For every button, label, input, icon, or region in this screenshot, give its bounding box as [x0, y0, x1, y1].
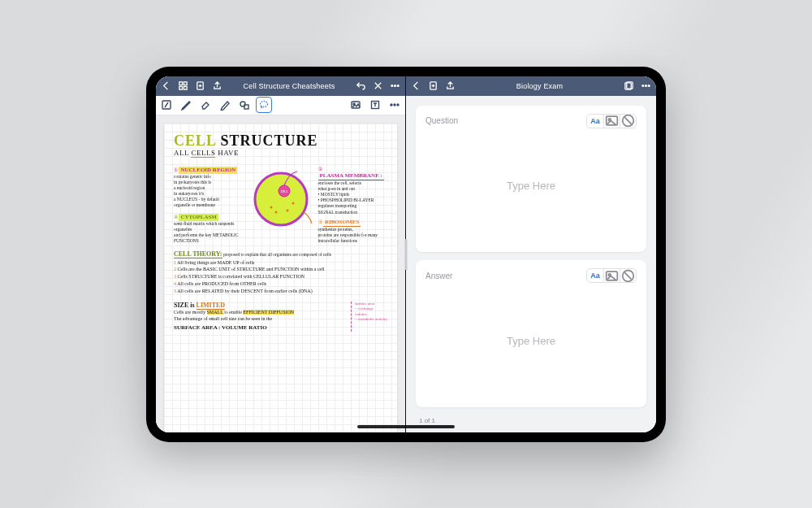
note-page[interactable]: CELL STRUCTURE ALL CELLS HAVE ① NUCLEOID… — [164, 124, 397, 432]
draw-tool[interactable] — [620, 269, 636, 282]
notes-ribosomes: synthesize proteins, proteins are respon… — [318, 227, 388, 244]
shapes-icon[interactable] — [239, 99, 250, 111]
theory-item: 4 All cells are PRODUCED from OTHER cell… — [174, 281, 387, 288]
svg-rect-1 — [184, 82, 187, 85]
flashcard-area: Question Aa Type Here Answer Aa — [406, 96, 656, 432]
pen-icon[interactable] — [180, 99, 192, 111]
svg-point-5 — [391, 85, 393, 87]
more-tools-icon[interactable] — [389, 99, 400, 111]
svg-point-23 — [274, 211, 277, 213]
right-nav-bar: Biology Exam — [406, 76, 656, 96]
cell-drawing: DNA — [248, 167, 313, 232]
svg-point-6 — [395, 85, 396, 87]
svg-point-18 — [397, 104, 399, 106]
image-icon[interactable] — [350, 99, 361, 111]
svg-rect-0 — [179, 82, 183, 85]
eraser-icon[interactable] — [200, 99, 211, 111]
left-toolbar — [156, 96, 405, 115]
label-nucleoid: NUCLEOID REGION — [179, 167, 237, 174]
share-icon[interactable] — [212, 80, 222, 91]
num-3: ③ — [318, 219, 322, 224]
image-tool[interactable] — [603, 115, 620, 128]
question-label: Question — [425, 116, 458, 125]
theory-list: 1 All living things are MADE UP of cells… — [174, 260, 387, 295]
theory-item: 1 All living things are MADE UP of cells — [174, 260, 387, 267]
svg-point-17 — [394, 104, 395, 106]
left-pane: Cell Structure Cheatsheets — [156, 76, 406, 432]
add-page-icon[interactable] — [195, 80, 205, 91]
num-2: ② — [318, 167, 322, 172]
svg-point-16 — [391, 104, 392, 106]
undo-icon[interactable] — [356, 80, 366, 91]
answer-input[interactable]: Type Here — [425, 283, 637, 399]
theory-item: 2 Cells are the BASIC UNIT of STRUCTURE … — [174, 267, 387, 273]
left-nav-bar: Cell Structure Cheatsheets — [156, 76, 405, 96]
svg-point-19 — [255, 173, 307, 225]
draw-tool[interactable] — [620, 115, 636, 128]
label-cytoplasm: CYTOPLASM — [179, 214, 218, 221]
svg-point-11 — [261, 102, 268, 107]
svg-rect-2 — [179, 86, 183, 89]
num-1: ① — [174, 167, 178, 172]
theory-section: CELL THEORY: proposed to explain that al… — [174, 250, 387, 294]
num-4: ④ — [174, 215, 178, 219]
more-icon[interactable] — [390, 80, 400, 91]
notes-cytoplasm: semi-fluid matrix which suspends organel… — [174, 221, 244, 245]
theory-item: 5 All cells are RELATED by their DESCENT… — [174, 289, 387, 295]
back-icon[interactable] — [161, 80, 171, 91]
size-aside: surface area = exchange volume = metabol… — [351, 302, 387, 332]
left-nav-left-cluster — [161, 80, 222, 91]
home-indicator[interactable] — [357, 425, 455, 428]
card-tool-segmented: Aa — [586, 114, 637, 128]
svg-rect-3 — [184, 86, 187, 89]
lasso-icon[interactable] — [258, 99, 270, 111]
tablet-frame: Cell Structure Cheatsheets — [146, 67, 666, 442]
card-tool-segmented: Aa — [586, 268, 637, 283]
size-final: SURFACE AREA : VOLUME RATIO — [174, 324, 346, 332]
theory-item: 3 Cells STRUCTURE is correlated with CEL… — [174, 274, 387, 280]
readonly-icon[interactable] — [161, 99, 172, 111]
note-title: CELL STRUCTURE — [174, 132, 387, 150]
svg-point-7 — [397, 85, 399, 87]
back-icon[interactable] — [411, 80, 421, 91]
svg-point-29 — [642, 85, 644, 87]
notes-nucleoid: contains genetic info in prokaryotes thi… — [174, 174, 244, 209]
svg-point-30 — [646, 85, 647, 87]
image-tool[interactable] — [603, 269, 620, 282]
note-canvas-wrap: CELL STRUCTURE ALL CELLS HAVE ① NUCLEOID… — [156, 115, 405, 432]
svg-point-22 — [270, 206, 272, 208]
notes-plasma: encloses the cell, selects what goes in … — [318, 180, 388, 215]
svg-point-31 — [648, 85, 650, 87]
size-section: SIZE is LIMITED Cells are mostly SMALL t… — [174, 302, 387, 332]
study-icon[interactable] — [624, 80, 634, 91]
svg-text:DNA: DNA — [280, 189, 287, 193]
highlighter-icon[interactable] — [219, 99, 231, 111]
left-title[interactable]: Cell Structure Cheatsheets — [229, 82, 349, 90]
close-icon[interactable] — [373, 80, 383, 91]
answer-label: Answer — [425, 271, 452, 280]
svg-point-12 — [261, 106, 262, 108]
svg-point-24 — [286, 209, 288, 211]
right-pane: Biology Exam Question Aa — [406, 76, 656, 432]
split-handle[interactable] — [405, 239, 408, 270]
label-ribosomes: RIBOSOMES — [323, 219, 361, 227]
right-title[interactable]: Biology Exam — [462, 82, 617, 90]
text-tool[interactable]: Aa — [587, 115, 603, 128]
cell-diagram: ① NUCLEOID REGION contains genetic info … — [174, 167, 387, 245]
grid-icon[interactable] — [178, 80, 188, 91]
svg-point-25 — [292, 202, 294, 204]
left-nav-right-cluster — [356, 80, 400, 91]
text-icon[interactable] — [369, 99, 381, 111]
text-tool[interactable]: Aa — [587, 269, 603, 282]
more-icon[interactable] — [641, 80, 651, 91]
add-card-icon[interactable] — [428, 80, 438, 91]
question-card[interactable]: Question Aa Type Here — [416, 106, 646, 253]
share-icon[interactable] — [445, 80, 456, 91]
question-input[interactable]: Type Here — [425, 128, 637, 245]
answer-card[interactable]: Answer Aa Type Here — [416, 260, 646, 407]
label-plasma: PLASMA MEMBRANE : — [318, 172, 384, 180]
screen: Cell Structure Cheatsheets — [156, 76, 656, 432]
